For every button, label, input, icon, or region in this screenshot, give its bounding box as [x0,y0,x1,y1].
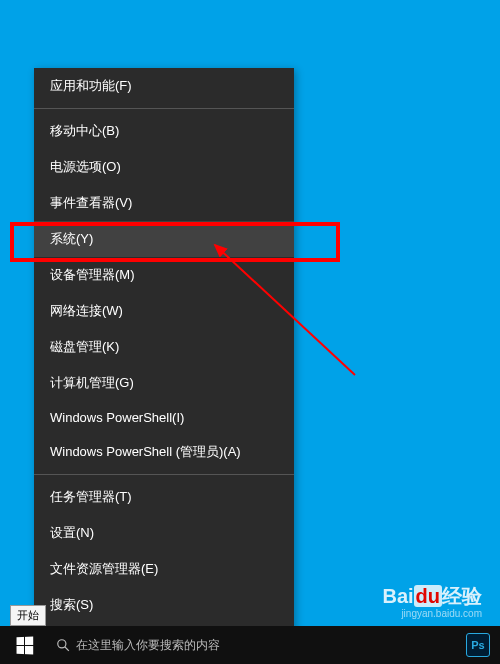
menu-item-powershell[interactable]: Windows PowerShell(I) [34,401,294,434]
menu-label: 任务管理器(T) [50,488,132,506]
menu-label: 事件查看器(V) [50,194,132,212]
menu-label: 计算机管理(G) [50,374,134,392]
menu-item-device-manager[interactable]: 设备管理器(M) [34,257,294,293]
menu-item-search[interactable]: 搜索(S) [34,587,294,623]
system-tray: Ps [456,626,500,664]
menu-label: 搜索(S) [50,596,93,614]
watermark-sub: jingyan.baidu.com [382,608,482,620]
menu-label: 系统(Y) [50,230,93,248]
menu-item-network-connections[interactable]: 网络连接(W) [34,293,294,329]
watermark-brand-suffix2: 经验 [442,585,482,607]
menu-label: 设备管理器(M) [50,266,135,284]
menu-item-computer-management[interactable]: 计算机管理(G) [34,365,294,401]
start-tooltip: 开始 [10,605,46,626]
search-icon [56,638,70,652]
menu-label: 网络连接(W) [50,302,123,320]
menu-item-system[interactable]: 系统(Y) [34,221,294,257]
taskbar-search[interactable]: 在这里输入你要搜索的内容 [48,637,228,654]
menu-label: 移动中心(B) [50,122,119,140]
watermark: Baidu经验 jingyan.baidu.com [382,584,482,620]
watermark-brand-suffix: du [414,585,442,607]
menu-item-event-viewer[interactable]: 事件查看器(V) [34,185,294,221]
search-placeholder: 在这里输入你要搜索的内容 [76,637,220,654]
menu-item-settings[interactable]: 设置(N) [34,515,294,551]
menu-label: Windows PowerShell(I) [50,410,184,425]
menu-label: Windows PowerShell (管理员)(A) [50,443,241,461]
menu-label: 设置(N) [50,524,94,542]
windows-logo-icon [16,636,33,654]
menu-label: 磁盘管理(K) [50,338,119,356]
menu-item-file-explorer[interactable]: 文件资源管理器(E) [34,551,294,587]
menu-item-power-options[interactable]: 电源选项(O) [34,149,294,185]
menu-item-task-manager[interactable]: 任务管理器(T) [34,479,294,515]
svg-point-2 [58,640,66,648]
svg-line-3 [65,647,69,651]
taskbar: 在这里输入你要搜索的内容 [0,626,500,664]
winx-context-menu: 应用和功能(F) 移动中心(B) 电源选项(O) 事件查看器(V) 系统(Y) … [34,68,294,664]
menu-separator [34,474,294,475]
start-button[interactable] [0,626,48,664]
menu-item-apps-features[interactable]: 应用和功能(F) [34,68,294,104]
ps-label: Ps [471,639,484,651]
menu-separator [34,108,294,109]
menu-item-disk-management[interactable]: 磁盘管理(K) [34,329,294,365]
menu-label: 文件资源管理器(E) [50,560,158,578]
photoshop-taskbar-icon[interactable]: Ps [466,633,490,657]
menu-label: 电源选项(O) [50,158,121,176]
menu-item-powershell-admin[interactable]: Windows PowerShell (管理员)(A) [34,434,294,470]
menu-item-mobility-center[interactable]: 移动中心(B) [34,113,294,149]
menu-label: 应用和功能(F) [50,77,132,95]
watermark-brand-prefix: Bai [382,585,413,607]
